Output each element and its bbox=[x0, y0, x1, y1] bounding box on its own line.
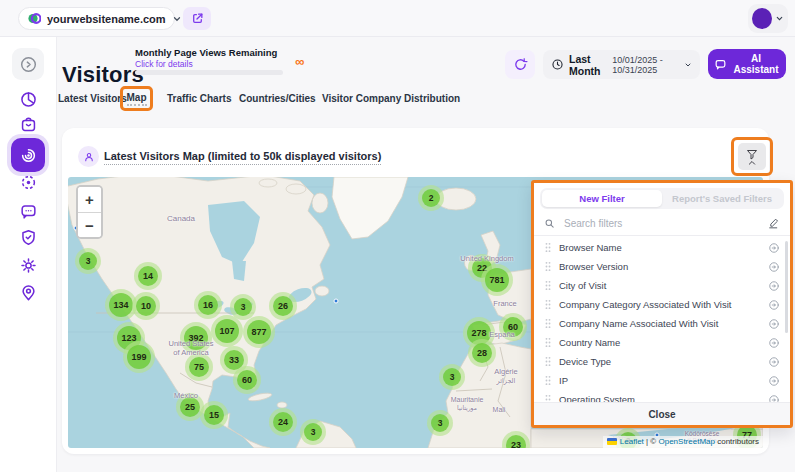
marker-cluster[interactable]: 107 bbox=[211, 315, 243, 347]
tab-new-filter[interactable]: New Filter bbox=[542, 190, 662, 207]
marker-cluster[interactable]: 28 bbox=[468, 339, 496, 367]
marker-cluster[interactable]: 199 bbox=[123, 341, 155, 373]
tab-latest-visitors[interactable]: Latest Visitors bbox=[58, 93, 127, 104]
site-favicon-icon bbox=[28, 12, 41, 25]
drag-handle-icon[interactable] bbox=[544, 280, 552, 291]
marker-cluster[interactable]: 3 bbox=[439, 364, 465, 390]
marker-cluster[interactable]: 877 bbox=[243, 316, 275, 348]
drag-handle-icon[interactable] bbox=[544, 242, 552, 253]
ai-chat-icon bbox=[714, 58, 727, 71]
marker-cluster[interactable]: 10 bbox=[132, 292, 160, 320]
marker-cluster[interactable]: 2 bbox=[418, 185, 444, 211]
marker-cluster[interactable]: 14 bbox=[134, 262, 162, 290]
filter-panel-scrollbar[interactable] bbox=[785, 241, 788, 333]
filter-list-item[interactable]: Country Name bbox=[534, 333, 790, 352]
filter-name: Device Type bbox=[559, 356, 761, 367]
arrow-right-circle-icon[interactable] bbox=[768, 337, 780, 349]
filter-list-item[interactable]: Browser Version bbox=[534, 257, 790, 276]
filter-name: Browser Name bbox=[559, 242, 761, 253]
chevron-down-icon bbox=[172, 14, 182, 24]
avatar bbox=[752, 8, 772, 29]
marker-cluster[interactable]: 15 bbox=[200, 401, 228, 429]
visitor-marker[interactable] bbox=[334, 299, 339, 304]
marker-cluster[interactable]: 75 bbox=[185, 353, 213, 381]
chevron-up-icon bbox=[748, 160, 756, 165]
arrow-right-circle-icon[interactable] bbox=[768, 261, 780, 273]
filter-list-item[interactable]: IP bbox=[534, 371, 790, 390]
arrow-right-circle-icon[interactable] bbox=[768, 356, 780, 368]
marker-cluster[interactable]: 26 bbox=[269, 292, 297, 320]
map-attribution: Leaflet | © OpenStreetMap contributors bbox=[603, 436, 763, 448]
arrow-right-circle-icon[interactable] bbox=[768, 242, 780, 254]
sidebar-collapse-button[interactable] bbox=[12, 48, 44, 80]
arrow-right-circle-icon[interactable] bbox=[768, 299, 780, 311]
cluster-count: 10 bbox=[136, 296, 156, 316]
refresh-button[interactable] bbox=[505, 50, 535, 79]
tab-map[interactable]: Map bbox=[127, 92, 147, 106]
marker-cluster[interactable]: 3 bbox=[300, 419, 326, 445]
sidebar-item-chat[interactable] bbox=[14, 197, 42, 225]
sidebar-item-orders[interactable] bbox=[14, 110, 42, 138]
drag-handle-icon[interactable] bbox=[544, 261, 552, 272]
filter-list-item[interactable]: Company Name Associated With Visit bbox=[534, 314, 790, 333]
user-menu[interactable] bbox=[748, 4, 788, 33]
drag-handle-icon[interactable] bbox=[544, 356, 552, 367]
date-range-picker[interactable]: Last Month 10/01/2025 - 10/31/2025 bbox=[543, 50, 700, 79]
tab-traffic-charts[interactable]: Traffic Charts bbox=[167, 93, 231, 104]
gear-icon bbox=[19, 256, 38, 275]
tab-countries-cities[interactable]: Countries/Cities bbox=[239, 93, 316, 104]
cluster-count: 877 bbox=[247, 320, 271, 344]
filter-list-item[interactable]: Company Category Associated With Visit bbox=[534, 295, 790, 314]
shield-icon bbox=[19, 228, 38, 247]
marker-cluster[interactable]: 3 bbox=[75, 248, 101, 274]
date-preset: Last Month bbox=[569, 53, 607, 77]
filter-button-annotation bbox=[731, 137, 773, 176]
cluster-count: 3 bbox=[234, 298, 252, 316]
marker-cluster[interactable]: 24 bbox=[269, 408, 297, 436]
map-pin-icon bbox=[19, 283, 38, 302]
tab-saved-filters[interactable]: Report's Saved Filters bbox=[662, 190, 782, 207]
filter-panel-tabs: New Filter Report's Saved Filters bbox=[540, 188, 784, 209]
drag-handle-icon[interactable] bbox=[544, 318, 552, 329]
cluster-count: 14 bbox=[138, 266, 158, 286]
eraser-icon[interactable] bbox=[767, 217, 780, 230]
arrow-right-circle-icon[interactable] bbox=[768, 375, 780, 387]
marker-cluster[interactable]: 3 bbox=[427, 410, 453, 436]
marker-cluster[interactable]: 60 bbox=[233, 366, 261, 394]
sidebar-item-visitors-active[interactable] bbox=[11, 138, 45, 172]
tab-visitor-company-distribution[interactable]: Visitor Company Distribution bbox=[322, 93, 460, 104]
zoom-in-button[interactable]: + bbox=[78, 187, 101, 212]
website-selector[interactable]: yourwebsitename.com bbox=[18, 7, 175, 30]
filter-list-item[interactable]: City of Visit bbox=[534, 276, 790, 295]
drag-handle-icon[interactable] bbox=[544, 337, 552, 348]
bag-icon bbox=[19, 115, 38, 134]
close-button[interactable]: Close bbox=[642, 408, 681, 421]
openstreetmap-link[interactable]: OpenStreetMap bbox=[658, 437, 714, 446]
quota-details-link[interactable]: Click for details bbox=[135, 59, 310, 69]
marker-cluster[interactable]: 392 bbox=[180, 322, 212, 354]
drag-handle-icon[interactable] bbox=[544, 299, 552, 310]
drag-handle-icon[interactable] bbox=[544, 375, 552, 386]
sidebar-item-security[interactable] bbox=[14, 223, 42, 251]
leaflet-link[interactable]: Leaflet bbox=[620, 437, 644, 446]
filter-list-item[interactable]: Device Type bbox=[534, 352, 790, 371]
filter-search-input[interactable] bbox=[562, 217, 760, 230]
filter-name: City of Visit bbox=[559, 280, 761, 291]
website-name: yourwebsitename.com bbox=[47, 13, 166, 25]
sidebar-item-locations[interactable] bbox=[14, 278, 42, 306]
marker-cluster[interactable]: 781 bbox=[481, 264, 513, 296]
filter-toggle-button[interactable] bbox=[738, 143, 766, 170]
sidebar-item-dashboard[interactable] bbox=[14, 85, 42, 113]
sidebar-item-settings[interactable] bbox=[14, 251, 42, 279]
sidebar-item-audience[interactable] bbox=[14, 168, 42, 196]
open-website-button[interactable] bbox=[183, 7, 211, 30]
arrow-right-circle-icon[interactable] bbox=[768, 318, 780, 330]
cluster-count: 23 bbox=[506, 435, 526, 448]
arrow-right-circle-icon[interactable] bbox=[768, 280, 780, 292]
marker-cluster[interactable]: 60 bbox=[499, 313, 527, 341]
cluster-count: 3 bbox=[431, 414, 449, 432]
ai-assistant-button[interactable]: AI Assistant bbox=[708, 49, 786, 79]
marker-cluster[interactable]: 16 bbox=[194, 291, 222, 319]
zoom-out-button[interactable]: − bbox=[78, 212, 101, 237]
filter-list-item[interactable]: Browser Name bbox=[534, 238, 790, 257]
